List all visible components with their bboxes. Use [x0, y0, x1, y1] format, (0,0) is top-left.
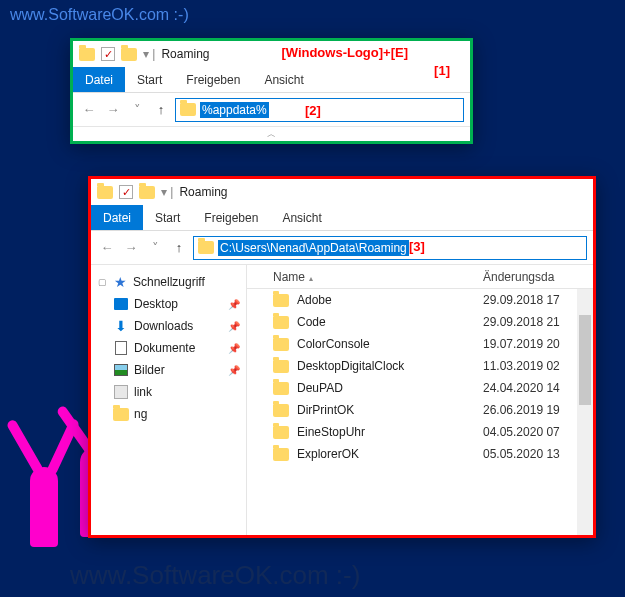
- file-name: DesktopDigitalClock: [297, 359, 483, 373]
- folder-icon: [273, 294, 289, 307]
- separator: ▾ |: [143, 47, 155, 61]
- sort-asc-icon: ▴: [309, 274, 313, 283]
- column-date[interactable]: Änderungsda: [483, 270, 593, 284]
- annotation-shortcut: [Windows-Logo]+[E]: [281, 45, 408, 60]
- file-row[interactable]: DeuPAD24.04.2020 14: [247, 377, 593, 399]
- file-row[interactable]: Code29.09.2018 21: [247, 311, 593, 333]
- folder-icon: [180, 103, 196, 116]
- file-row[interactable]: DirPrintOK26.06.2019 19: [247, 399, 593, 421]
- file-name: Code: [297, 315, 483, 329]
- column-headers[interactable]: Name▴ Änderungsda: [247, 265, 593, 289]
- window-title: Roaming: [179, 185, 227, 199]
- file-name: EineStopUhr: [297, 425, 483, 439]
- quick-access-label: Schnellzugriff: [133, 275, 205, 289]
- pin-icon: 📌: [228, 299, 240, 310]
- download-icon: ⬇: [113, 318, 129, 334]
- watermark-top: www.SoftwareOK.com :-): [10, 6, 189, 24]
- file-name: Adobe: [297, 293, 483, 307]
- nav-recent-icon[interactable]: ˅: [145, 238, 165, 258]
- document-icon: [115, 341, 127, 355]
- sidebar-item-label: Desktop: [134, 297, 178, 311]
- file-row[interactable]: ColorConsole19.07.2019 20: [247, 333, 593, 355]
- titlebar[interactable]: ✓ ▾ | Roaming: [73, 41, 470, 67]
- explorer-body: ▢ ★ Schnellzugriff Desktop📌⬇Downloads📌Do…: [91, 265, 593, 535]
- tab-file[interactable]: Datei: [91, 205, 143, 230]
- folder-icon: [273, 426, 289, 439]
- folder-icon: [79, 48, 95, 61]
- tab-share[interactable]: Freigeben: [174, 67, 252, 92]
- annotation-1: [1]: [434, 63, 450, 78]
- sidebar-item-label: Downloads: [134, 319, 193, 333]
- file-row[interactable]: DesktopDigitalClock11.03.2019 02: [247, 355, 593, 377]
- nav-back-icon[interactable]: ←: [97, 238, 117, 258]
- quick-access-group[interactable]: ▢ ★ Schnellzugriff: [93, 271, 244, 293]
- sidebar-item-dokumente[interactable]: Dokumente📌: [93, 337, 244, 359]
- file-row[interactable]: ExplorerOK05.05.2020 13: [247, 443, 593, 465]
- ribbon: Datei Start Freigeben Ansicht: [91, 205, 593, 231]
- checkbox-icon[interactable]: ✓: [101, 47, 115, 61]
- nav-up-icon[interactable]: ↑: [169, 238, 189, 258]
- pin-icon: 📌: [228, 343, 240, 354]
- nav-recent-icon[interactable]: ˅: [127, 100, 147, 120]
- link-icon: [114, 385, 128, 399]
- navigation-pane[interactable]: ▢ ★ Schnellzugriff Desktop📌⬇Downloads📌Do…: [91, 265, 247, 535]
- column-name[interactable]: Name▴: [273, 270, 483, 284]
- checkbox-icon[interactable]: ✓: [119, 185, 133, 199]
- tab-view[interactable]: Ansicht: [270, 205, 333, 230]
- sidebar-item-ng[interactable]: ng: [93, 403, 244, 425]
- titlebar[interactable]: ✓ ▾ | Roaming: [91, 179, 593, 205]
- nav-forward-icon[interactable]: →: [121, 238, 141, 258]
- pin-icon: 📌: [228, 321, 240, 332]
- annotation-2: [2]: [305, 103, 321, 118]
- scrollbar[interactable]: [577, 289, 593, 535]
- folder-icon: [121, 48, 137, 61]
- address-input[interactable]: C:\Users\Nenad\AppData\Roaming: [218, 240, 409, 256]
- nav-up-icon[interactable]: ↑: [151, 100, 171, 120]
- ribbon: Datei Start Freigeben Ansicht: [73, 67, 470, 93]
- folder-icon: [273, 448, 289, 461]
- folder-icon: [97, 186, 113, 199]
- sidebar-item-desktop[interactable]: Desktop📌: [93, 293, 244, 315]
- sidebar-item-bilder[interactable]: Bilder📌: [93, 359, 244, 381]
- folder-icon: [273, 382, 289, 395]
- file-row[interactable]: Adobe29.09.2018 17: [247, 289, 593, 311]
- tab-file[interactable]: Datei: [73, 67, 125, 92]
- separator: ▾ |: [161, 185, 173, 199]
- tab-share[interactable]: Freigeben: [192, 205, 270, 230]
- file-name: DeuPAD: [297, 381, 483, 395]
- folder-icon: [113, 408, 129, 421]
- address-bar[interactable]: C:\Users\Nenad\AppData\Roaming: [193, 236, 587, 260]
- address-bar-row: ← → ˅ ↑ C:\Users\Nenad\AppData\Roaming: [91, 231, 593, 265]
- folder-icon: [273, 338, 289, 351]
- tab-start[interactable]: Start: [143, 205, 192, 230]
- address-bar-row: ← → ˅ ↑ %appdata%: [73, 93, 470, 127]
- sidebar-item-label: link: [134, 385, 152, 399]
- address-input[interactable]: %appdata%: [200, 102, 269, 118]
- file-name: ColorConsole: [297, 337, 483, 351]
- nav-forward-icon[interactable]: →: [103, 100, 123, 120]
- file-name: ExplorerOK: [297, 447, 483, 461]
- explorer-window-1: ✓ ▾ | Roaming [Windows-Logo]+[E] [1] Dat…: [70, 38, 473, 144]
- explorer-window-2: ✓ ▾ | Roaming Datei Start Freigeben Ansi…: [88, 176, 596, 538]
- folder-icon: [139, 186, 155, 199]
- folder-icon: [198, 241, 214, 254]
- star-icon: ★: [112, 274, 128, 290]
- collapse-icon[interactable]: ▢: [97, 277, 107, 287]
- scrollbar-thumb[interactable]: [579, 315, 591, 405]
- sidebar-item-label: ng: [134, 407, 147, 421]
- window-title: Roaming: [161, 47, 209, 61]
- file-list-pane[interactable]: Name▴ Änderungsda Adobe29.09.2018 17Code…: [247, 265, 593, 535]
- sidebar-item-label: Dokumente: [134, 341, 195, 355]
- pin-icon: 📌: [228, 365, 240, 376]
- file-row[interactable]: EineStopUhr04.05.2020 07: [247, 421, 593, 443]
- ribbon-collapse-icon[interactable]: ︿: [73, 127, 470, 141]
- picture-icon: [114, 364, 128, 376]
- tab-start[interactable]: Start: [125, 67, 174, 92]
- tab-view[interactable]: Ansicht: [252, 67, 315, 92]
- file-name: DirPrintOK: [297, 403, 483, 417]
- folder-icon: [273, 316, 289, 329]
- folder-icon: [273, 404, 289, 417]
- sidebar-item-downloads[interactable]: ⬇Downloads📌: [93, 315, 244, 337]
- sidebar-item-link[interactable]: link: [93, 381, 244, 403]
- nav-back-icon[interactable]: ←: [79, 100, 99, 120]
